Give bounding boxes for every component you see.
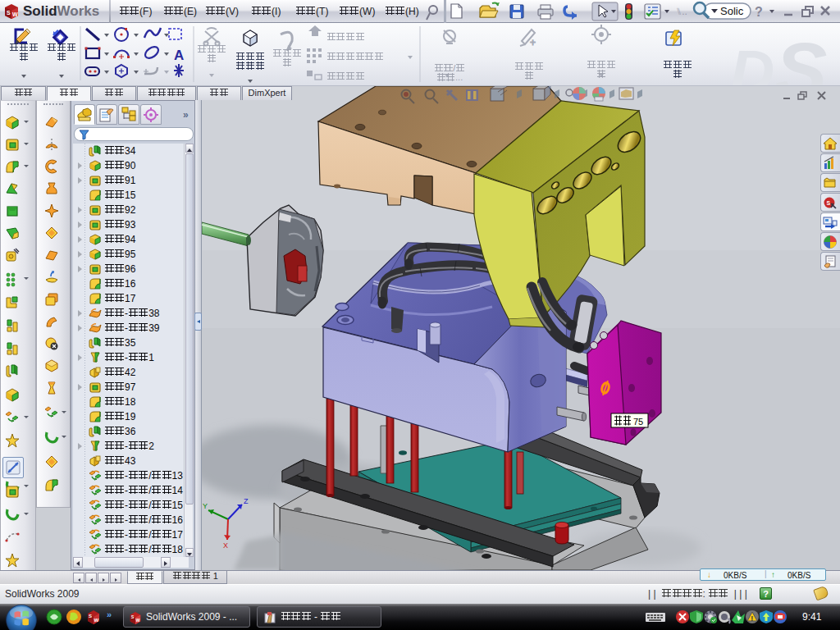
svg-text:S: S — [131, 614, 135, 619]
svg-text:W: W — [12, 11, 18, 17]
svg-text:D: D — [730, 37, 774, 85]
svg-text:75: 75 — [633, 417, 643, 427]
svg-text:S: S — [775, 26, 827, 85]
svg-text:S: S — [7, 10, 11, 16]
svg-text:⑊..: ⑊.. — [676, 6, 687, 17]
svg-text:Solic: Solic — [720, 5, 744, 17]
svg-text:?: ? — [755, 5, 763, 19]
svg-text:S: S — [827, 200, 831, 206]
svg-text:»: » — [107, 609, 112, 619]
svg-text:+: + — [530, 37, 536, 48]
svg-text:Y: Y — [203, 502, 208, 510]
svg-text:W: W — [94, 618, 99, 623]
svg-text:!: ! — [751, 614, 753, 623]
svg-text:X: X — [223, 541, 228, 550]
svg-text:A: A — [174, 48, 184, 63]
svg-text:S: S — [89, 614, 92, 619]
svg-text:Z: Z — [244, 497, 249, 505]
